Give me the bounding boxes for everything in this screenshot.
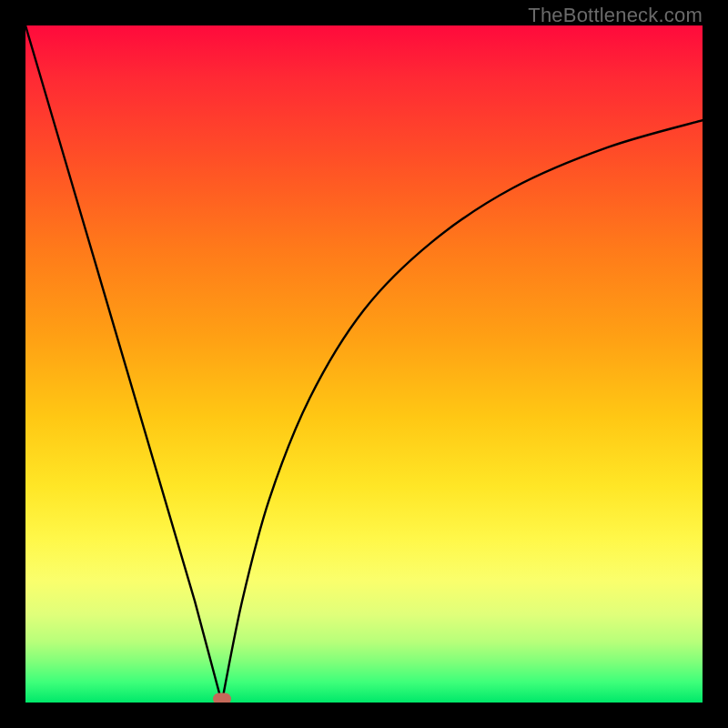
minimum-marker (213, 693, 231, 703)
watermark-text: TheBottleneck.com (528, 4, 703, 27)
bottleneck-curve (25, 25, 703, 703)
chart-frame: TheBottleneck.com (0, 0, 728, 728)
plot-area (25, 25, 703, 703)
